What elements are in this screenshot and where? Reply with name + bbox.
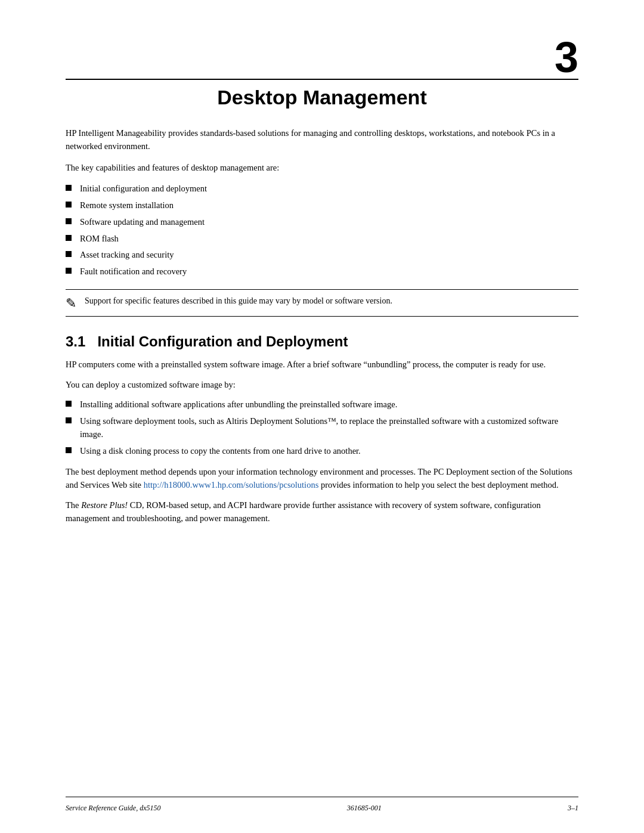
bullet-icon — [66, 235, 72, 241]
bullet-icon — [66, 202, 72, 208]
restore-plus-italic: Restore Plus! — [81, 500, 128, 510]
list-item-text: Remote system installation — [80, 199, 174, 212]
section31-paragraph4: The Restore Plus! CD, ROM-based setup, a… — [66, 499, 578, 525]
section-31-heading: 3.1 Initial Configuration and Deployment — [66, 333, 578, 350]
intro-paragraph2: The key capabilities and features of des… — [66, 162, 578, 175]
note-box: ✎ Support for specific features describe… — [66, 289, 578, 317]
bullet-icon — [66, 447, 72, 453]
list-item: ROM flash — [66, 233, 578, 246]
paragraph4-rest: CD, ROM-based setup, and ACPI hardware p… — [66, 500, 541, 523]
solutions-link[interactable]: http://h18000.www1.hp.com/solutions/pcso… — [144, 480, 319, 490]
list-item: Asset tracking and security — [66, 249, 578, 262]
section31-paragraph1: HP computers come with a preinstalled sy… — [66, 358, 578, 371]
list-item-text: Software updating and management — [80, 216, 205, 229]
chapter-title-rule — [66, 79, 578, 80]
list-item-text: Initial configuration and deployment — [80, 182, 207, 196]
list-item-text: Fault notification and recovery — [80, 265, 187, 278]
bullet-icon — [66, 251, 72, 257]
section-31-num: 3.1 — [66, 333, 85, 349]
list-item: Initial configuration and deployment — [66, 182, 578, 196]
list-item-text: ROM flash — [80, 233, 119, 246]
bullet-icon — [66, 417, 72, 423]
section31-paragraph2: You can deploy a customized software ima… — [66, 379, 578, 392]
footer-right: 3–1 — [568, 804, 578, 813]
list-item: Installing additional software applicati… — [66, 398, 578, 411]
bullet-icon — [66, 185, 72, 191]
list-item-text: Using a disk cloning process to copy the… — [80, 445, 361, 458]
paragraph3-after-link: provides information to help you select … — [318, 480, 558, 490]
bullet-icon — [66, 218, 72, 224]
footer-center: 361685-001 — [347, 804, 382, 813]
footer-left: Service Reference Guide, dx5150 — [66, 804, 160, 813]
list-item: Software updating and management — [66, 216, 578, 229]
chapter-number: 3 — [66, 36, 578, 79]
list-item: Using a disk cloning process to copy the… — [66, 445, 578, 458]
paragraph4-prefix: The — [66, 500, 81, 510]
section31-bullet-list: Installing additional software applicati… — [66, 398, 578, 457]
list-item: Remote system installation — [66, 199, 578, 212]
intro-paragraph1: HP Intelligent Manageability provides st… — [66, 127, 578, 153]
note-pencil-icon: ✎ — [66, 296, 76, 311]
page: 3 Desktop Management HP Intelligent Mana… — [0, 0, 644, 833]
footer-rule — [66, 797, 578, 797]
list-item-text: Installing additional software applicati… — [80, 398, 397, 411]
list-item: Fault notification and recovery — [66, 265, 578, 278]
chapter-title: Desktop Management — [66, 86, 578, 109]
section-31-title: Initial Configuration and Deployment — [89, 333, 348, 349]
list-item-text: Using software deployment tools, such as… — [80, 415, 578, 441]
list-item: Using software deployment tools, such as… — [66, 415, 578, 441]
footer: Service Reference Guide, dx5150 361685-0… — [66, 804, 578, 813]
intro-bullet-list: Initial configuration and deployment Rem… — [66, 182, 578, 278]
list-item-text: Asset tracking and security — [80, 249, 174, 262]
bullet-icon — [66, 268, 72, 274]
bullet-icon — [66, 401, 72, 407]
section31-paragraph3: The best deployment method depends upon … — [66, 466, 578, 492]
note-text: Support for specific features described … — [85, 295, 392, 307]
